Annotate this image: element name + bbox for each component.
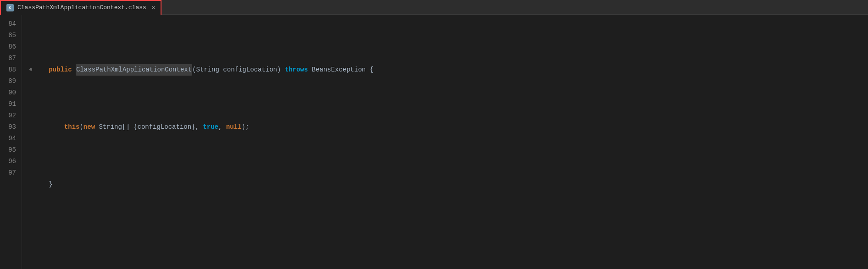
ln-91: 91 — [4, 99, 16, 110]
fold-84[interactable]: ⊖ — [29, 64, 33, 76]
tab-label: ClassPathXmlApplicationContext.class — [17, 4, 146, 11]
ln-86: 86 — [4, 41, 16, 53]
ln-90: 90 — [4, 87, 16, 99]
code-line-86: } — [29, 179, 868, 190]
fold-85 — [29, 121, 33, 133]
code-line-87 — [29, 236, 868, 247]
ln-89: 89 — [4, 76, 16, 87]
editor-container: c ClassPathXmlApplicationContext.class ✕… — [0, 0, 868, 269]
active-tab[interactable]: c ClassPathXmlApplicationContext.class ✕ — [0, 0, 161, 15]
ln-85: 85 — [4, 30, 16, 41]
ln-88: 88 — [4, 64, 16, 76]
ln-92: 92 — [4, 110, 16, 121]
code-line-84: ⊖ public ClassPathXmlApplicationContext(… — [29, 64, 868, 76]
ln-95: 95 — [4, 144, 16, 156]
ln-97: 97 — [4, 167, 16, 179]
code-line-85: this(new String[] {configLocation}, true… — [29, 121, 868, 133]
code-area: 84 85 86 87 88 89 90 91 92 93 94 95 96 9… — [0, 15, 868, 269]
line-numbers: 84 85 86 87 88 89 90 91 92 93 94 95 96 9… — [0, 15, 22, 269]
ln-96: 96 — [4, 156, 16, 167]
tab-bar: c ClassPathXmlApplicationContext.class ✕ — [0, 0, 868, 15]
code-content[interactable]: ⊖ public ClassPathXmlApplicationContext(… — [22, 15, 868, 269]
fold-87 — [29, 236, 33, 247]
ln-93: 93 — [4, 121, 16, 133]
ln-87: 87 — [4, 53, 16, 64]
ln-84: 84 — [4, 18, 16, 30]
ln-94: 94 — [4, 133, 16, 144]
tab-close-button[interactable]: ✕ — [152, 4, 155, 11]
fold-86 — [29, 179, 33, 190]
file-icon: c — [6, 4, 14, 11]
